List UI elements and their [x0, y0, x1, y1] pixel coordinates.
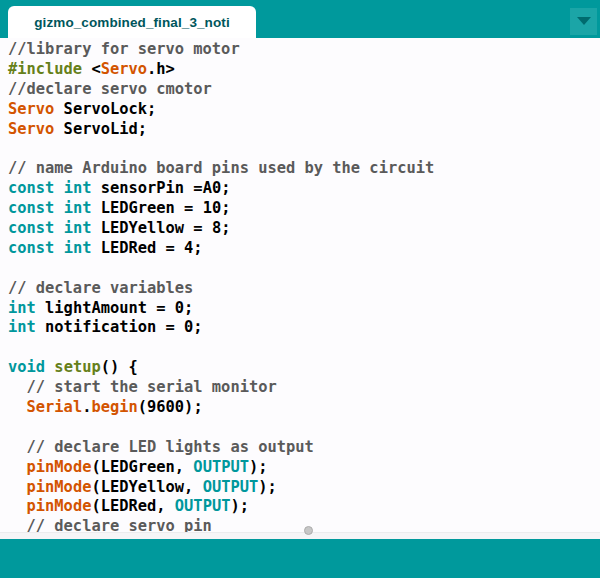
horizontal-scrollbar-thumb[interactable] [304, 526, 313, 535]
code-token: Servo [8, 100, 54, 118]
code-line[interactable]: const int LEDYellow = 8; [8, 219, 600, 239]
code-token: Serial [27, 398, 83, 416]
code-token: int [64, 179, 92, 197]
code-token: int [8, 318, 36, 336]
code-line[interactable]: pinMode(LEDYellow, OUTPUT); [8, 478, 600, 498]
code-line[interactable]: int lightAmount = 0; [8, 299, 600, 319]
code-token: ); [258, 478, 277, 496]
code-token: //declare servo cmotor [8, 80, 212, 98]
code-line[interactable] [8, 418, 600, 438]
code-token: notification = 0; [36, 318, 203, 336]
code-token: #include [8, 60, 82, 78]
code-token: ServoLock; [54, 100, 156, 118]
code-token: pinMode [27, 497, 92, 515]
code-line[interactable]: // start the serial monitor [8, 378, 600, 398]
code-token: .h> [147, 60, 175, 78]
code-token [45, 358, 54, 376]
code-line[interactable] [8, 139, 600, 159]
code-token [8, 497, 27, 515]
code-token: (LEDRed, [91, 497, 174, 515]
code-token: void [8, 358, 45, 376]
code-token: const [8, 179, 54, 197]
horizontal-scrollbar-track[interactable] [0, 532, 600, 539]
tab-menu-button[interactable] [570, 8, 597, 35]
code-token [8, 458, 27, 476]
code-line[interactable]: // declare LED lights as output [8, 438, 600, 458]
code-token: pinMode [27, 478, 92, 496]
code-token [54, 219, 63, 237]
code-token: () { [101, 358, 138, 376]
code-token: < [82, 60, 101, 78]
code-token: const [8, 239, 54, 257]
code-token: LEDGreen = 10; [91, 199, 230, 217]
code-token: OUTPUT [193, 458, 249, 476]
code-token: const [8, 219, 54, 237]
code-token: // declare LED lights as output [8, 438, 314, 456]
code-line[interactable]: Servo ServoLid; [8, 120, 600, 140]
code-token: sensorPin =A0; [91, 179, 230, 197]
code-token: int [64, 239, 92, 257]
code-token [54, 179, 63, 197]
code-token: OUTPUT [203, 478, 259, 496]
code-token: int [64, 219, 92, 237]
code-token: (LEDGreen, [91, 458, 193, 476]
code-token: // name Arduino board pins used by the c… [8, 159, 434, 177]
code-line[interactable]: // name Arduino board pins used by the c… [8, 159, 600, 179]
code-token: // start the serial monitor [8, 378, 277, 396]
code-line[interactable]: Servo ServoLock; [8, 100, 600, 120]
code-token: int [64, 199, 92, 217]
tab-bar: gizmo_combined_final_3_noti [0, 0, 600, 38]
code-token: LEDRed = 4; [91, 239, 202, 257]
code-editor[interactable]: //library for servo motor#include <Servo… [0, 38, 600, 532]
code-token: // declare variables [8, 279, 193, 297]
code-line[interactable]: void setup() { [8, 358, 600, 378]
code-token: // declare servo pin [8, 517, 212, 532]
status-footer [0, 539, 600, 578]
code-token [54, 239, 63, 257]
code-token: begin [91, 398, 137, 416]
code-token: setup [54, 358, 100, 376]
code-token: const [8, 199, 54, 217]
code-token: ServoLid; [54, 120, 147, 138]
code-line[interactable]: //declare servo cmotor [8, 80, 600, 100]
sketch-tab[interactable]: gizmo_combined_final_3_noti [8, 6, 256, 38]
code-line[interactable]: const int LEDGreen = 10; [8, 199, 600, 219]
code-line[interactable]: //library for servo motor [8, 40, 600, 60]
code-token: ); [249, 458, 268, 476]
code-line[interactable]: const int sensorPin =A0; [8, 179, 600, 199]
code-token: Servo [101, 60, 147, 78]
code-token: (9600); [138, 398, 203, 416]
code-token: (LEDYellow, [91, 478, 202, 496]
code-token [8, 398, 27, 416]
code-line[interactable]: // declare variables [8, 279, 600, 299]
code-token: //library for servo motor [8, 40, 240, 58]
code-line[interactable] [8, 259, 600, 279]
code-token: ); [230, 497, 249, 515]
code-token: lightAmount = 0; [36, 299, 194, 317]
code-line[interactable]: const int LEDRed = 4; [8, 239, 600, 259]
code-line[interactable]: pinMode(LEDRed, OUTPUT); [8, 497, 600, 517]
code-token [54, 199, 63, 217]
code-line[interactable]: #include <Servo.h> [8, 60, 600, 80]
code-line[interactable]: Serial.begin(9600); [8, 398, 600, 418]
code-line[interactable]: int notification = 0; [8, 318, 600, 338]
code-token: LEDYellow = 8; [91, 219, 230, 237]
code-token: Servo [8, 120, 54, 138]
code-token: OUTPUT [175, 497, 231, 515]
code-token: int [8, 299, 36, 317]
code-token [8, 478, 27, 496]
code-line[interactable] [8, 338, 600, 358]
code-line[interactable]: pinMode(LEDGreen, OUTPUT); [8, 458, 600, 478]
chevron-down-icon [577, 17, 591, 25]
code-token: pinMode [27, 458, 92, 476]
sketch-tab-label: gizmo_combined_final_3_noti [34, 15, 229, 30]
